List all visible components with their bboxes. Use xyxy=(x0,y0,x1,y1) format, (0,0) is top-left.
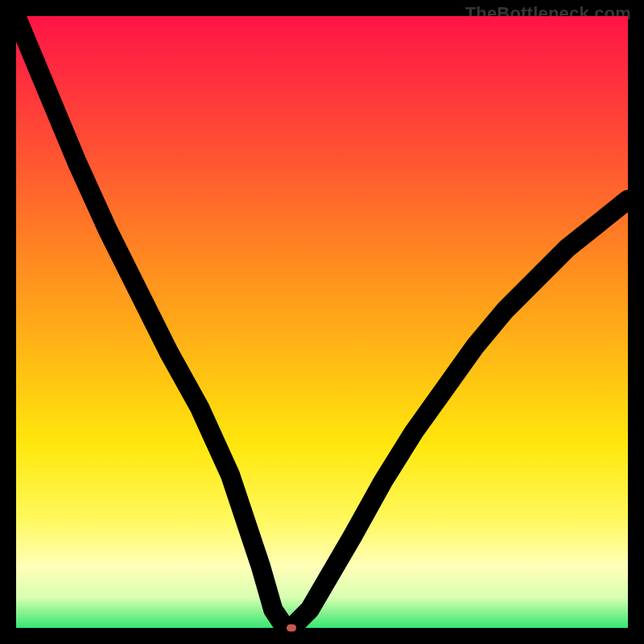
chart-plot-area xyxy=(16,16,628,628)
bottleneck-curve xyxy=(16,16,628,628)
chart-svg xyxy=(16,16,628,628)
chart-frame: TheBottleneck.com xyxy=(0,0,644,644)
optimal-point-marker xyxy=(287,624,296,631)
